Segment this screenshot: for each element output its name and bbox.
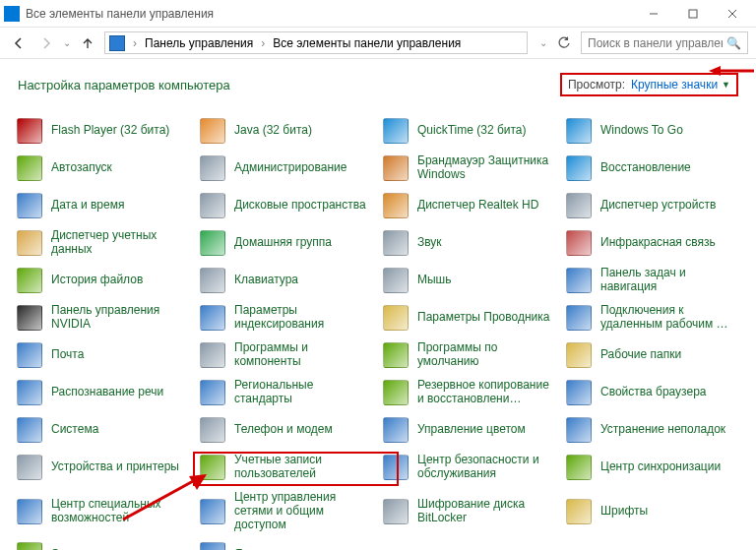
applet-storage[interactable]: Дисковые пространства bbox=[195, 187, 378, 224]
applet-programs[interactable]: Программы и компоненты bbox=[195, 336, 378, 374]
flash-icon bbox=[16, 117, 43, 145]
applet-phone[interactable]: Телефон и модем bbox=[195, 411, 378, 449]
workfolders-icon bbox=[565, 341, 593, 369]
applet-workfolders[interactable]: Рабочие папки bbox=[561, 336, 744, 374]
applet-realtek[interactable]: Диспетчер Realtek HD bbox=[378, 187, 561, 224]
applet-flash[interactable]: Flash Player (32 бита) bbox=[12, 112, 195, 150]
breadcrumb-root[interactable]: Панель управления bbox=[145, 36, 253, 50]
applet-devprint[interactable]: Устройства и принтеры bbox=[12, 449, 195, 486]
applet-ease[interactable]: Центр специальных возможностей bbox=[12, 486, 195, 536]
users-icon bbox=[199, 454, 226, 481]
svg-rect-1 bbox=[689, 10, 697, 18]
applet-power[interactable]: Электропитание bbox=[12, 536, 195, 550]
applet-label: Почта bbox=[51, 348, 84, 362]
applet-filehist[interactable]: История файлов bbox=[12, 262, 195, 299]
window-titlebar: Все элементы панели управления bbox=[0, 0, 756, 28]
applet-label: Свойства браузера bbox=[600, 386, 707, 399]
applet-inetopt[interactable]: Свойства браузера bbox=[561, 374, 744, 411]
view-by-dropdown[interactable]: Крупные значки ▼ bbox=[631, 78, 730, 92]
content-header: Настройка параметров компьютера Просмотр… bbox=[0, 59, 756, 102]
applet-label: Центр безопасности и обслуживания bbox=[417, 454, 555, 481]
close-button[interactable] bbox=[713, 0, 752, 28]
applet-autorun[interactable]: Автозапуск bbox=[12, 150, 195, 187]
applet-label: Учетные записи пользователей bbox=[234, 454, 372, 481]
applet-quicktime[interactable]: QuickTime (32 бита) bbox=[378, 112, 561, 150]
applet-recovery[interactable]: Восстановление bbox=[561, 150, 744, 187]
refresh-button[interactable] bbox=[553, 32, 575, 54]
applet-wtg[interactable]: Windows To Go bbox=[561, 112, 744, 150]
applet-label: Администрирование bbox=[234, 161, 346, 175]
applet-label: История файлов bbox=[51, 274, 143, 287]
applet-homegroup[interactable]: Домашняя группа bbox=[195, 224, 378, 262]
applet-taskbar[interactable]: Панель задач и навигация bbox=[561, 262, 744, 299]
applet-mouse[interactable]: Мышь bbox=[378, 262, 561, 299]
search-box[interactable]: 🔍 bbox=[581, 31, 748, 54]
mouse-icon bbox=[382, 267, 410, 294]
phone-icon bbox=[199, 416, 226, 444]
applet-indexing[interactable]: Параметры индексирования bbox=[195, 299, 378, 336]
applet-troubleshoot[interactable]: Устранение неполадок bbox=[561, 411, 744, 449]
applet-fonts[interactable]: Шрифты bbox=[561, 486, 744, 536]
applet-region[interactable]: Региональные стандарты bbox=[195, 374, 378, 411]
storage-icon bbox=[199, 192, 226, 219]
applet-label: Дата и время bbox=[51, 199, 124, 213]
applet-datetime[interactable]: Дата и время bbox=[12, 187, 195, 224]
applet-backup[interactable]: Резервное копирование и восстановлени… bbox=[378, 374, 561, 411]
window-title: Все элементы панели управления bbox=[26, 7, 634, 21]
minimize-button[interactable] bbox=[634, 0, 673, 28]
back-button[interactable] bbox=[8, 32, 30, 54]
applet-sync[interactable]: Центр синхронизации bbox=[561, 449, 744, 486]
sound-icon bbox=[382, 229, 410, 257]
page-title: Настройка параметров компьютера bbox=[18, 78, 230, 92]
applet-security[interactable]: Центр безопасности и обслуживания bbox=[378, 449, 561, 486]
applet-mail[interactable]: Почта bbox=[12, 336, 195, 374]
applet-explorer[interactable]: Параметры Проводника bbox=[378, 299, 561, 336]
quicktime-icon bbox=[382, 117, 410, 145]
applet-label: Диспетчер Realtek HD bbox=[417, 199, 538, 213]
recovery-icon bbox=[565, 154, 593, 182]
applet-system[interactable]: Система bbox=[12, 411, 195, 449]
applet-bitlocker[interactable]: Шифрование диска BitLocker bbox=[378, 486, 561, 536]
applet-defaults[interactable]: Программы по умолчанию bbox=[378, 336, 561, 374]
programs-icon bbox=[199, 341, 226, 369]
applet-users[interactable]: Учетные записи пользователей bbox=[195, 449, 378, 486]
applet-colormgmt[interactable]: Управление цветом bbox=[378, 411, 561, 449]
applet-label: Параметры индексирования bbox=[234, 304, 372, 332]
applet-sound[interactable]: Звук bbox=[378, 224, 561, 262]
defaults-icon bbox=[382, 341, 410, 369]
recent-locations-dropdown[interactable]: ⌄ bbox=[63, 37, 71, 48]
up-button[interactable] bbox=[77, 32, 98, 54]
applet-firewall[interactable]: Брандмауэр Защитника Windows bbox=[378, 150, 561, 187]
applet-label: QuickTime (32 бита) bbox=[417, 124, 527, 138]
applet-credmgr[interactable]: Диспетчер учетных данных bbox=[12, 224, 195, 262]
search-input[interactable] bbox=[588, 36, 723, 50]
view-by-value: Крупные значки bbox=[631, 78, 718, 92]
ease-icon bbox=[16, 498, 43, 525]
applet-rdp[interactable]: Подключения к удаленным рабочим … bbox=[561, 299, 744, 336]
applet-admin[interactable]: Администрирование bbox=[195, 150, 378, 187]
applet-netshare[interactable]: Центр управления сетями и общим доступом bbox=[195, 486, 378, 536]
java-icon bbox=[199, 117, 226, 145]
forward-button[interactable] bbox=[35, 32, 57, 54]
applet-label: Java (32 бита) bbox=[234, 124, 312, 138]
applet-keyboard[interactable]: Клавиатура bbox=[195, 262, 378, 299]
breadcrumb-current[interactable]: Все элементы панели управления bbox=[273, 36, 461, 50]
applet-irda[interactable]: Инфракрасная связь bbox=[561, 224, 744, 262]
address-dropdown[interactable]: ⌄ bbox=[539, 37, 547, 48]
explorer-icon bbox=[382, 304, 410, 332]
maximize-button[interactable] bbox=[673, 0, 713, 28]
applet-label: Шифрование диска BitLocker bbox=[417, 498, 555, 525]
applet-devmgr[interactable]: Диспетчер устройств bbox=[561, 187, 744, 224]
applet-label: Устройства и принтеры bbox=[51, 460, 179, 474]
control-panel-icon bbox=[109, 35, 125, 51]
applet-language[interactable]: Язык bbox=[195, 536, 378, 550]
applet-nvidia[interactable]: Панель управления NVIDIA bbox=[12, 299, 195, 336]
mail-icon bbox=[16, 341, 43, 369]
filehist-icon bbox=[16, 267, 43, 294]
applet-label: Центр синхронизации bbox=[600, 460, 721, 474]
applet-label: Распознавание речи bbox=[51, 386, 163, 399]
applet-speech[interactable]: Распознавание речи bbox=[12, 374, 195, 411]
applet-java[interactable]: Java (32 бита) bbox=[195, 112, 378, 150]
breadcrumb[interactable]: › Панель управления › Все элементы панел… bbox=[104, 31, 528, 54]
irda-icon bbox=[565, 229, 593, 257]
